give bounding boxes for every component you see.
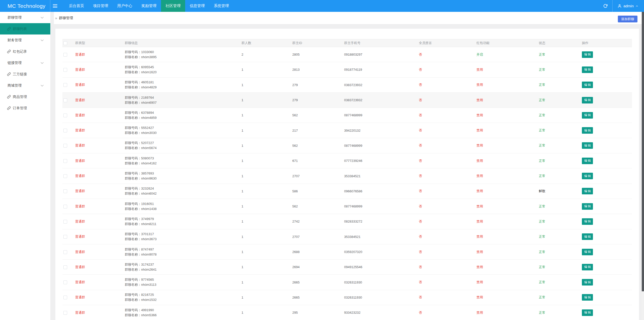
owner-phone: 0966076586 [344,189,419,193]
row-checkbox[interactable] [63,53,67,57]
sidebar-group-chat-mgmt[interactable]: 群聊管理 [0,12,50,23]
mute-status: 否 [419,113,476,118]
owner-phone: 353384521 [344,174,419,178]
edit-button[interactable]: 编辑 [582,203,593,210]
nav-item-rewards[interactable]: 奖励管理 [137,0,161,12]
owner-id: 2707 [292,174,344,178]
row-checkbox[interactable] [63,189,67,193]
group-type: 普通群 [75,159,125,163]
row-checkbox[interactable] [63,250,67,254]
group-info: 群聊号码：1916051 群聊名称：nhóm1438 [125,201,242,211]
group-type: 普通群 [75,113,125,118]
nav-item-dashboard[interactable]: 后台首页 [64,0,89,12]
redpacket-status: 禁用 [476,219,539,224]
group-name: nhóm9630 [141,176,156,180]
row-checkbox[interactable] [63,68,67,72]
nav-item-system[interactable]: 系统管理 [209,0,233,12]
sidebar-item-thirdparty-links[interactable]: 三方链接 [0,68,50,80]
row-checkbox[interactable] [63,220,67,224]
row-checkbox[interactable] [63,83,67,87]
edit-button[interactable]: 编辑 [582,233,593,240]
hamburger-menu-button[interactable] [50,0,60,12]
group-name-line: 群聊名称：nhóm4859 [125,115,242,120]
row-checkbox[interactable] [63,280,67,284]
member-count: 1 [242,98,292,102]
group-status: 正常 [539,128,582,133]
owner-phone: 0949125546 [344,265,419,269]
refresh-button[interactable] [598,0,613,12]
row-checkbox[interactable] [63,159,67,163]
group-type: 普通群 [75,174,125,178]
owner-id: 295 [292,311,344,314]
group-name: nhóm4859 [141,116,156,120]
group-number-line: 群聊号码：5552427 [125,125,242,130]
edit-button[interactable]: 编辑 [582,97,593,103]
nav-item-user-center[interactable]: 用户中心 [113,0,137,12]
table-row: 普通群 群聊号码：3701317 群聊名称：nhóm3673 1 2707 35… [62,229,632,244]
group-number: 9774565 [141,278,154,281]
user-menu[interactable]: admin [613,0,644,12]
group-name: nhóm1532 [141,298,156,302]
owner-id: 586 [292,189,344,193]
chevron-up-icon [635,5,638,8]
table-row: 普通群 群聊号码：5080073 群聊名称：nhóm4162 1 671 077… [62,153,632,168]
nav-item-projects[interactable]: 项目管理 [89,0,113,12]
redpacket-status: 禁用 [476,113,539,118]
group-status: 正常 [539,219,582,224]
row-checkbox[interactable] [63,129,67,132]
group-status: 正常 [539,234,582,239]
group-number: 5207227 [141,141,154,145]
select-all-checkbox[interactable] [63,41,67,45]
edit-button[interactable]: 编辑 [582,51,593,58]
redpacket-status: 开启 [476,52,539,57]
table-row: 普通群 群聊号码：3749979 群聊名称：nhóm8211 1 2742 08… [62,214,632,229]
sidebar-group-links[interactable]: 链接管理 [0,57,50,68]
edit-button[interactable]: 编辑 [582,294,593,301]
row-checkbox[interactable] [63,311,67,315]
row-checkbox[interactable] [63,205,67,208]
edit-button[interactable]: 编辑 [582,264,593,270]
edit-button[interactable]: 编辑 [582,82,593,88]
sidebar-group-finance[interactable]: 财务管理 [0,34,50,46]
redpacket-status: 禁用 [476,189,539,193]
row-checkbox[interactable] [63,235,67,239]
add-group-button[interactable]: 添加群聊 [618,16,637,22]
nav-item-community[interactable]: 社区管理 [161,0,185,12]
row-checkbox[interactable] [63,296,67,299]
row-checkbox[interactable] [63,98,67,102]
edit-button[interactable]: 编辑 [582,112,593,119]
edit-button[interactable]: 编辑 [582,142,593,149]
sidebar-item-order-mgmt[interactable]: 订单管理 [0,102,50,114]
mute-status: 否 [419,128,476,133]
edit-button[interactable]: 编辑 [582,218,593,225]
row-checkbox[interactable] [63,265,67,269]
mute-status: 否 [419,159,476,163]
edit-button[interactable]: 编辑 [582,249,593,255]
group-name-line: 群聊名称：nhóm8211 [125,222,242,227]
row-checkbox[interactable] [63,174,67,178]
edit-button[interactable]: 编辑 [582,188,593,194]
edit-button[interactable]: 编辑 [582,158,593,164]
edit-button[interactable]: 编辑 [582,309,593,316]
edit-button[interactable]: 编辑 [582,66,593,73]
row-checkbox[interactable] [63,114,67,117]
redpacket-status: 禁用 [476,128,539,133]
sidebar-item-product-mgmt[interactable]: 商品管理 [0,91,50,102]
sidebar-group-mall[interactable]: 商城管理 [0,80,50,91]
link-icon [7,50,11,53]
owner-id: 279 [292,83,344,87]
vertical-scrollbar-thumb[interactable] [642,12,644,291]
edit-button[interactable]: 编辑 [582,127,593,134]
group-name: nhóm8211 [141,222,156,226]
edit-button[interactable]: 编辑 [582,173,593,179]
redpacket-status: 禁用 [476,280,539,285]
group-type: 普通群 [75,204,125,209]
edit-button[interactable]: 编辑 [582,279,593,286]
row-checkbox[interactable] [63,144,67,148]
group-name: nhóm6907 [141,101,156,104]
mute-status: 否 [419,265,476,269]
sidebar-item-redpacket-records[interactable]: 红包记录 [0,46,50,57]
nav-item-information[interactable]: 信息管理 [185,0,209,12]
sidebar-item-chat-list[interactable]: 群聊列表 [0,23,50,34]
group-name-line: 群聊名称：nhóm6907 [125,100,242,105]
